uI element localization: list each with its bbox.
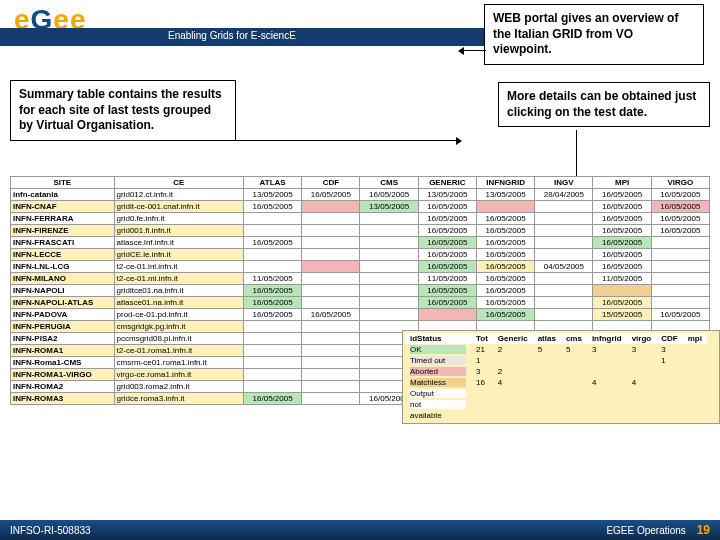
cell-date[interactable]: 16/05/2005 xyxy=(593,249,651,261)
cell-date xyxy=(302,225,360,237)
legend-val xyxy=(707,399,717,410)
cell-ce: grid001.fi.infn.it xyxy=(114,225,243,237)
cell-date[interactable]: 13/05/2005 xyxy=(476,189,534,201)
cell-date[interactable]: 16/05/2005 xyxy=(476,261,534,273)
cell-date[interactable]: 13/05/2005 xyxy=(243,189,301,201)
cell-date[interactable]: 16/05/2005 xyxy=(243,201,301,213)
col-header: INFNGRID xyxy=(476,177,534,189)
legend-header: Tot xyxy=(471,333,493,344)
cell-date[interactable]: 16/05/2005 xyxy=(651,309,709,321)
legend-val xyxy=(561,377,587,388)
cell-date[interactable]: 16/05/2005 xyxy=(593,225,651,237)
cell-date[interactable]: 16/05/2005 xyxy=(651,225,709,237)
cell-date[interactable]: 28/04/2005 xyxy=(535,189,593,201)
cell-date[interactable]: 16/05/2005 xyxy=(476,297,534,309)
cell-date[interactable]: 16/05/2005 xyxy=(418,237,476,249)
cell-date[interactable]: 16/05/2005 xyxy=(476,273,534,285)
cell-date[interactable]: 16/05/2005 xyxy=(593,261,651,273)
legend-val xyxy=(656,399,682,410)
cell-date[interactable]: 16/05/2005 xyxy=(302,309,360,321)
cell-date xyxy=(651,297,709,309)
legend-val xyxy=(561,355,587,366)
footer-right-wrap: EGEE Operations 19 xyxy=(606,523,710,537)
cell-date[interactable]: 16/05/2005 xyxy=(243,309,301,321)
cell-date xyxy=(243,345,301,357)
cell-date[interactable]: 16/05/2005 xyxy=(476,213,534,225)
cell-date[interactable]: 16/05/2005 xyxy=(360,189,418,201)
cell-date[interactable]: 16/05/2005 xyxy=(243,237,301,249)
cell-date[interactable]: 16/05/2005 xyxy=(593,297,651,309)
cell-date[interactable]: 16/05/2005 xyxy=(476,309,534,321)
cell-ce: atlasce01.na.infn.it xyxy=(114,297,243,309)
cell-date[interactable]: 16/05/2005 xyxy=(418,225,476,237)
cell-date[interactable]: 13/05/2005 xyxy=(360,201,418,213)
cell-date xyxy=(302,381,360,393)
cell-date xyxy=(243,261,301,273)
cell-date[interactable]: 16/05/2005 xyxy=(418,261,476,273)
legend-val xyxy=(493,388,533,399)
legend-val: 3 xyxy=(656,344,682,355)
cell-date[interactable]: 16/05/2005 xyxy=(593,201,651,213)
cell-date[interactable]: 16/05/2005 xyxy=(302,189,360,201)
cell-date[interactable]: 16/05/2005 xyxy=(476,237,534,249)
cell-date[interactable]: 13/05/2005 xyxy=(418,189,476,201)
col-header: CE xyxy=(114,177,243,189)
cell-ce: t2-ce-01.roma1.infn.it xyxy=(114,345,243,357)
cell-date xyxy=(360,309,418,321)
cell-date xyxy=(302,333,360,345)
cell-date xyxy=(535,285,593,297)
cell-site: INFN-LECCE xyxy=(11,249,115,261)
callout-portal: WEB portal gives an overview of the Ital… xyxy=(484,4,704,65)
legend-row: not xyxy=(405,399,717,410)
cell-date[interactable]: 16/05/2005 xyxy=(418,297,476,309)
cell-date[interactable]: 16/05/2005 xyxy=(243,297,301,309)
cell-date xyxy=(302,237,360,249)
legend-val xyxy=(656,366,682,377)
cell-date xyxy=(243,249,301,261)
cell-date[interactable]: 16/05/2005 xyxy=(476,285,534,297)
cell-site: INFN-ROMA1-VIRGO xyxy=(11,369,115,381)
cell-date[interactable]: 11/05/2005 xyxy=(243,273,301,285)
cell-date[interactable]: 16/05/2005 xyxy=(418,285,476,297)
table-row: INFN-FIRENZEgrid001.fi.infn.it16/05/2005… xyxy=(11,225,710,237)
cell-date[interactable]: 16/05/2005 xyxy=(476,249,534,261)
cell-date[interactable]: 16/05/2005 xyxy=(418,213,476,225)
legend-val xyxy=(561,388,587,399)
cell-date xyxy=(360,273,418,285)
cell-date[interactable]: 16/05/2005 xyxy=(593,189,651,201)
cell-date[interactable]: 04/05/2005 xyxy=(535,261,593,273)
cell-date[interactable]: 16/05/2005 xyxy=(476,225,534,237)
cell-date[interactable]: 16/05/2005 xyxy=(243,393,301,405)
cell-date xyxy=(651,273,709,285)
legend-val xyxy=(707,377,717,388)
cell-date xyxy=(243,369,301,381)
cell-date[interactable]: 16/05/2005 xyxy=(651,189,709,201)
cell-date xyxy=(535,237,593,249)
cell-date xyxy=(651,237,709,249)
legend-status: available xyxy=(405,410,471,421)
cell-date[interactable]: 11/05/2005 xyxy=(593,273,651,285)
legend-val xyxy=(587,399,627,410)
cell-date xyxy=(302,321,360,333)
legend-val xyxy=(627,410,657,421)
cell-date[interactable]: 11/05/2005 xyxy=(418,273,476,285)
table-row: infn-cataniagrid012.ct.infn.it13/05/2005… xyxy=(11,189,710,201)
cell-date[interactable]: 16/05/2005 xyxy=(651,201,709,213)
page-number: 19 xyxy=(697,523,710,537)
table-row: INFN-FERRARAgrid0.fe.infn.it16/05/200516… xyxy=(11,213,710,225)
cell-date[interactable]: 16/05/2005 xyxy=(593,237,651,249)
cell-site: INFN-FERRARA xyxy=(11,213,115,225)
cell-date[interactable]: 16/05/2005 xyxy=(418,201,476,213)
cell-date[interactable]: 16/05/2005 xyxy=(651,213,709,225)
cell-date xyxy=(360,237,418,249)
cell-date[interactable]: 16/05/2005 xyxy=(418,249,476,261)
legend-val: 5 xyxy=(533,344,561,355)
cell-date xyxy=(243,225,301,237)
legend-val xyxy=(493,399,533,410)
cell-site: INFN-PISA2 xyxy=(11,333,115,345)
cell-site: INFN-FIRENZE xyxy=(11,225,115,237)
legend-val xyxy=(707,388,717,399)
cell-date[interactable]: 16/05/2005 xyxy=(593,213,651,225)
cell-date[interactable]: 15/05/2005 xyxy=(593,309,651,321)
cell-date[interactable]: 16/05/2005 xyxy=(243,285,301,297)
